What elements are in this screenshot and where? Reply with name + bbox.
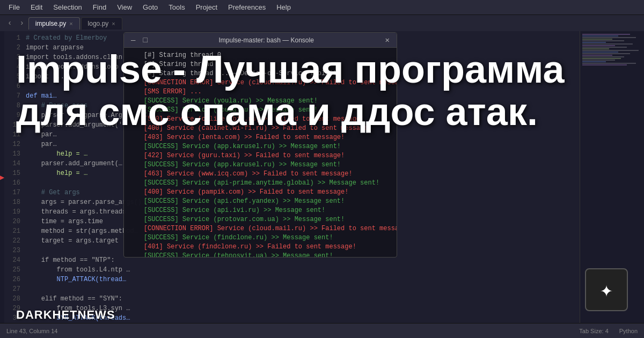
line-content: if method == "NTP": [26,255,115,265]
menu-help[interactable]: Help [272,2,295,12]
line-number: 21 [4,226,26,236]
terminal-line: [SUCCESS] Service (tehnosvit.ua) >> Mess… [128,252,392,257]
line-content: threads = args.threads [26,207,126,217]
terminal-line: [SUCCESS] Service (api.chef.yandex) >> M… [128,197,392,206]
line-content: par… [26,139,57,149]
menu-project[interactable]: Project [192,2,222,12]
tab-impulse-py[interactable]: impulse.py × [28,17,80,30]
menu-selection[interactable]: Selection [49,2,86,12]
line-content: import tools.addons.clean [26,53,122,62]
back-arrow[interactable]: ‹ [4,18,15,28]
terminal-line: [SUCCESS] Service (api.ivi.ru) >> Messag… [128,206,392,215]
line-content: elif method == "SYN": [26,294,122,304]
terminal-line: [400] Service (cabinet.wi-fi.ru) >> Fail… [128,124,392,133]
terminal-line: [SUCCESS] Service (youla.ru) >> Message … [128,97,392,106]
line-number: 3 [4,53,26,62]
line-number: 28 [4,294,26,304]
line-content: # Parse args [26,101,87,111]
menu-goto[interactable]: Goto [138,2,162,12]
terminal-titlebar: — □ Impulse-master: bash — Konsole ✕ [124,33,397,48]
line-number: 25 [4,265,26,275]
line-number: 26 [4,275,26,284]
terminal-line: [SUCCESS] Service (protovar.com.ua) >> M… [128,215,392,224]
menu-edit[interactable]: Edit [26,2,47,12]
forward-arrow[interactable]: › [16,18,27,28]
menu-tools[interactable]: Tools [164,2,189,12]
line-number: 9 [4,111,26,120]
line-content: help = … [26,168,87,178]
menu-find[interactable]: Find [89,2,111,12]
tab-close-logo[interactable]: × [112,20,115,27]
terminal-line: [#] Staring thread 1 [128,60,392,69]
terminal-line: [SMS ERROR] ... [128,87,392,97]
line-number: 7 [4,91,26,101]
terminal-line: [422] Service (guru.taxi) >> Failed to s… [128,151,392,160]
line-number: 4 [4,62,26,72]
line-number: 16 [4,178,26,188]
star-icon: ✦ [600,277,613,303]
line-number: 11 [4,130,26,139]
line-number: 23 [4,246,26,255]
line-content: import argparse [26,43,84,53]
line-number: 8 [4,101,26,111]
tab-close-impulse[interactable]: × [69,20,72,27]
menu-file[interactable]: File [4,2,24,12]
line-number: 15 [4,168,26,178]
line-number: 17 [4,188,26,197]
line-content: import ... [26,72,64,82]
terminal-body[interactable]: [#] Staring thread 0 [#] Staring thread … [124,48,397,257]
line-number: 13 [4,149,26,159]
left-gutter: ▶ [0,31,4,323]
line-number: 27 [4,284,26,294]
tab-label-logo: logo.py [88,20,109,27]
tab-label-impulse: impulse.py [35,20,66,27]
line-content: help = … [26,149,87,159]
line-number: 22 [4,236,26,246]
status-tab-size: Tab Size: 4 [579,328,608,334]
terminal-line: [SUCCESS] Service (youla.ru) >> Message … [128,106,392,115]
line-number: 24 [4,255,26,265]
line-content: # Get args [26,188,80,197]
terminal-window: — □ Impulse-master: bash — Konsole ✕ [#]… [123,32,397,258]
terminal-line: [403] Service (lenta.com) >> Failed to s… [128,133,392,142]
line-content: NTP_ATTACK(thread… [26,275,126,284]
line-number: 20 [4,217,26,226]
terminal-close-btn[interactable]: ✕ [384,35,391,45]
gutter-arrow: ▶ [0,173,4,182]
terminal-line: [500] Service (online.sbis.ru) >> Failed… [128,115,392,124]
line-number: 12 [4,139,26,149]
line-content: time = args.time [26,217,103,226]
terminal-line: [CONNECTION ERROR] Service (cloud.mail.r… [128,78,392,87]
brand-label: DARKНETNEWS [16,308,115,322]
line-content: parser.add_argument('–… [26,120,130,130]
terminal-minimize-btn[interactable]: — [129,36,137,45]
terminal-line: [SUCCESS] Service (api-prime.anytime.glo… [128,179,392,188]
star-button[interactable]: ✦ [585,268,628,311]
code-line: 25 from tools.L4.ntp … [4,265,580,275]
terminal-line: [#] Staring thread 0 [128,51,392,60]
line-content: import tools.addons.logo [26,62,119,72]
menu-view[interactable]: View [113,2,136,12]
line-number: 6 [4,82,26,91]
tab-bar: ‹ › impulse.py × logo.py × [0,15,644,31]
tab-logo-py[interactable]: logo.py × [81,17,122,30]
line-content: # Created by Elmerboy [26,33,107,43]
status-language: Python [619,328,638,334]
code-line: 26 NTP_ATTACK(thread… [4,275,580,284]
status-bar: Line 43, Column 14 Tab Size: 4 Python [0,323,644,338]
terminal-line: [SUCCESS] Service (app.karusel.ru) >> Me… [128,160,392,170]
terminal-maximize-btn[interactable]: □ [141,36,149,45]
line-number: 18 [4,197,26,207]
terminal-line: [400] Service (pampik.com) >> Failed to … [128,188,392,197]
line-content: from tools.L4.ntp … [26,265,130,275]
line-content: par… [26,130,57,139]
terminal-line: [CONNECTION ERROR] Service (cloud.mail.r… [128,224,392,233]
line-number: 10 [4,120,26,130]
code-line: 28 elif method == "SYN": [4,294,580,304]
line-number: 14 [4,159,26,168]
terminal-title: Impulse-master: bash — Konsole [149,36,384,44]
terminal-line: [SUCCESS] Service (app.karusel.ru) >> Me… [128,142,392,151]
line-content: parser = argparse.Argu… [26,111,130,120]
menu-preferences[interactable]: Preferences [224,2,270,12]
line-number: 19 [4,207,26,217]
